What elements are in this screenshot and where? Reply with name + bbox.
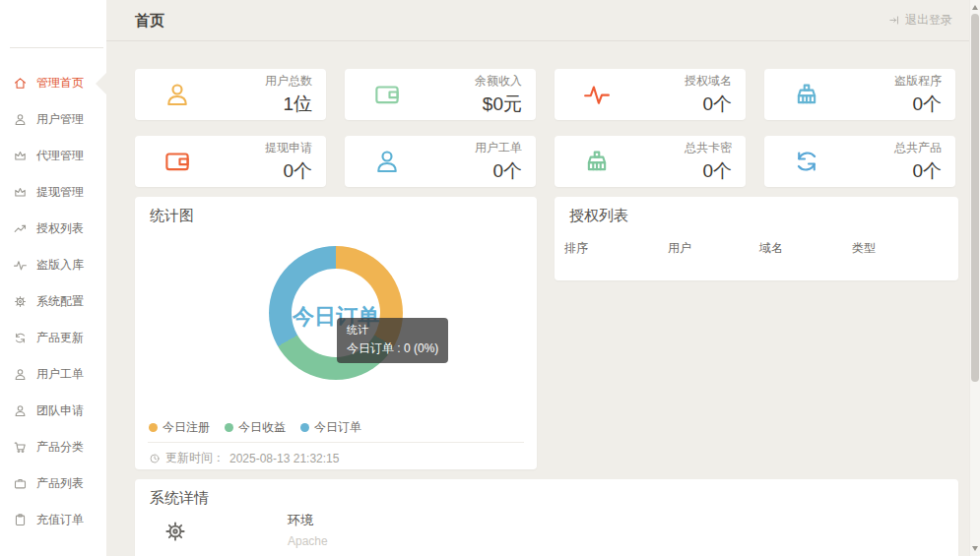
chart-divider <box>148 442 524 443</box>
system-env-item: 环境 Apache <box>288 512 328 548</box>
legend-dot <box>225 423 233 432</box>
sidebar-item-label: 代理管理 <box>36 148 84 164</box>
system-env-label: 环境 <box>288 512 328 529</box>
auth-column-排序: 排序 <box>564 240 668 257</box>
user-icon <box>372 147 402 176</box>
pulse-icon <box>582 80 612 109</box>
sidebar-item-充值订单[interactable]: 充值订单 <box>0 502 106 538</box>
authorization-list-title: 授权列表 <box>569 207 628 225</box>
sidebar-item-盗版入库[interactable]: 盗版入库 <box>0 247 106 283</box>
sidebar-item-label: 用户工单 <box>36 366 84 383</box>
system-env-value: Apache <box>288 534 328 548</box>
page-scrollbar[interactable] <box>969 0 980 556</box>
brush-icon <box>792 80 821 109</box>
brush-icon <box>582 147 612 176</box>
sidebar-item-label: 提现管理 <box>36 184 84 201</box>
chart-tooltip-value: 今日订单 : 0 (0%) <box>347 340 438 357</box>
stat-card-提现申请: 提现申请0个 <box>135 136 326 187</box>
sidebar-item-产品分类[interactable]: 产品分类 <box>0 429 106 465</box>
stat-card-value: 0个 <box>265 158 312 184</box>
legend-item-今日注册[interactable]: 今日注册 <box>149 419 210 436</box>
sidebar-item-管理首页[interactable]: 管理首页 <box>0 65 106 101</box>
sidebar-nav: 管理首页用户管理代理管理提现管理授权列表盗版入库系统配置产品更新用户工单团队申请… <box>0 65 106 538</box>
stat-card-label: 授权域名 <box>685 73 732 90</box>
pulse-icon <box>13 258 28 273</box>
stat-card-label: 用户总数 <box>265 73 312 90</box>
crown-icon <box>13 185 28 200</box>
sidebar: 管理首页用户管理代理管理提现管理授权列表盗版入库系统配置产品更新用户工单团队申请… <box>0 0 106 556</box>
stat-card-label: 用户工单 <box>475 140 522 156</box>
trend-icon <box>13 221 28 236</box>
stat-card-value: 0个 <box>685 92 732 117</box>
update-time-value: 2025-08-13 21:32:15 <box>229 452 339 465</box>
stat-card-label: 盗版程序 <box>894 73 942 90</box>
stat-card-余额收入: 余额收入$0元 <box>345 69 536 120</box>
legend-label: 今日注册 <box>163 419 210 436</box>
stat-card-value: 0个 <box>894 92 942 117</box>
authorization-list-panel: 授权列表 排序用户域名类型 <box>555 197 958 280</box>
sidebar-item-label: 系统配置 <box>36 293 84 310</box>
statistics-panel-title: 统计图 <box>150 207 194 225</box>
stat-card-label: 提现申请 <box>265 140 312 156</box>
sidebar-item-产品列表[interactable]: 产品列表 <box>0 465 106 502</box>
stat-card-value: 0个 <box>894 158 942 184</box>
stat-card-value: 0个 <box>475 158 522 184</box>
stat-card-value: $0元 <box>475 92 522 117</box>
crown-icon <box>13 149 28 163</box>
user-icon <box>163 80 192 109</box>
user-icon <box>13 367 28 382</box>
scrollbar-up-arrow[interactable] <box>972 5 978 10</box>
scrollbar-thumb[interactable] <box>971 14 979 382</box>
refresh-icon <box>792 147 821 176</box>
legend-label: 今日收益 <box>238 419 286 436</box>
stat-card-value: 1位 <box>265 92 312 117</box>
sidebar-item-用户工单[interactable]: 用户工单 <box>0 356 106 393</box>
sidebar-item-代理管理[interactable]: 代理管理 <box>0 138 106 174</box>
legend-label: 今日订单 <box>314 419 361 436</box>
sidebar-item-用户管理[interactable]: 用户管理 <box>0 101 106 138</box>
auth-column-域名: 域名 <box>759 240 852 257</box>
gear-icon <box>13 294 28 309</box>
stat-card-label: 总共卡密 <box>685 140 732 156</box>
sidebar-item-提现管理[interactable]: 提现管理 <box>0 174 106 211</box>
clipboard-icon <box>13 513 28 527</box>
logout-button[interactable]: 退出登录 <box>888 0 952 40</box>
wallet-icon <box>372 80 402 109</box>
gear-icon <box>163 519 188 544</box>
sidebar-item-label: 产品分类 <box>36 439 84 456</box>
clock-icon <box>149 453 161 464</box>
auth-column-用户: 用户 <box>668 240 759 257</box>
scrollbar-down-arrow[interactable] <box>972 546 978 551</box>
wallet-icon <box>163 147 192 176</box>
legend-item-今日收益[interactable]: 今日收益 <box>225 419 286 436</box>
authorization-table-header: 排序用户域名类型 <box>564 240 948 257</box>
sidebar-item-授权列表[interactable]: 授权列表 <box>0 211 106 247</box>
page-title: 首页 <box>135 0 164 40</box>
chart-tooltip: 统计 今日订单 : 0 (0%) <box>337 318 448 363</box>
update-time-row: 更新时间： 2025-08-13 21:32:15 <box>149 450 339 466</box>
stat-card-label: 余额收入 <box>475 73 522 90</box>
stat-card-盗版程序: 盗版程序0个 <box>764 69 955 120</box>
legend-dot <box>300 423 309 432</box>
sidebar-item-label: 盗版入库 <box>36 257 84 274</box>
active-item-notch <box>96 73 106 94</box>
sidebar-item-系统配置[interactable]: 系统配置 <box>0 283 106 320</box>
case-icon <box>13 476 28 491</box>
sidebar-item-label: 充值订单 <box>36 512 84 528</box>
cart-icon <box>13 440 28 455</box>
stat-card-总共产品: 总共产品0个 <box>764 136 955 187</box>
stat-card-用户总数: 用户总数1位 <box>135 69 326 120</box>
home-icon <box>13 76 28 91</box>
sidebar-item-label: 管理首页 <box>36 75 84 92</box>
system-details-panel: 系统详情 环境 Apache <box>135 479 958 556</box>
sidebar-item-团队申请[interactable]: 团队申请 <box>0 393 106 429</box>
stat-card-label: 总共产品 <box>894 140 942 156</box>
refresh-icon <box>13 331 28 345</box>
legend-item-今日订单[interactable]: 今日订单 <box>300 419 361 436</box>
stat-card-用户工单: 用户工单0个 <box>345 136 536 187</box>
sidebar-item-产品更新[interactable]: 产品更新 <box>0 320 106 356</box>
system-details-title: 系统详情 <box>150 489 209 508</box>
main-content: 首页 退出登录 用户总数1位余额收入$0元授权域名0个盗版程序0个提现申请0个用… <box>106 0 980 556</box>
user-icon <box>13 403 28 418</box>
statistics-panel: 统计图 今日订单 统计 今日订单 : 0 (0%) 今日注册今日收益今日订单 更… <box>135 197 537 469</box>
